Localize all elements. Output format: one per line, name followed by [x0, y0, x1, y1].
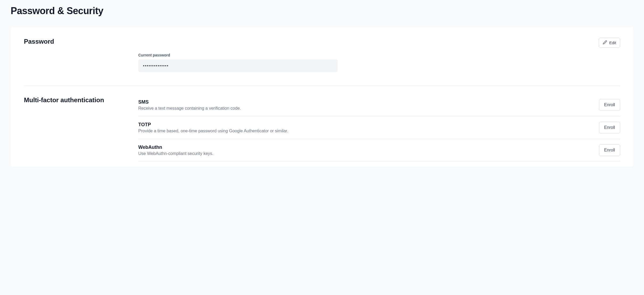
password-section: Password Edit Current password •••••••••…	[24, 38, 620, 72]
mfa-method-title: SMS	[138, 99, 599, 105]
mfa-method-description: Use WebAuthn-compliant security keys.	[138, 151, 599, 156]
mfa-method-sms: SMS Receive a text message containing a …	[138, 96, 620, 116]
page-title: Password & Security	[11, 5, 633, 17]
pencil-icon	[603, 40, 607, 45]
section-divider	[24, 85, 620, 86]
edit-button-label: Edit	[609, 40, 616, 45]
mfa-method-description: Receive a text message containing a veri…	[138, 106, 599, 111]
mfa-section: Multi-factor authentication SMS Receive …	[24, 96, 620, 162]
mfa-method-title: WebAuthn	[138, 145, 599, 150]
mfa-method-webauthn: WebAuthn Use WebAuthn-compliant security…	[138, 139, 620, 162]
mfa-method-totp: TOTP Provide a time based, one-time pass…	[138, 116, 620, 139]
mfa-method-description: Provide a time based, one-time password …	[138, 129, 599, 133]
enroll-webauthn-button[interactable]: Enroll	[599, 144, 620, 156]
current-password-value: ••••••••••••••	[138, 59, 338, 72]
enroll-totp-button[interactable]: Enroll	[599, 122, 620, 133]
mfa-method-title: TOTP	[138, 122, 599, 128]
enroll-sms-button[interactable]: Enroll	[599, 99, 620, 111]
security-settings-card: Password Edit Current password •••••••••…	[11, 27, 633, 167]
edit-password-button[interactable]: Edit	[599, 38, 620, 48]
current-password-label: Current password	[138, 53, 620, 57]
password-section-title: Password	[24, 38, 54, 45]
mfa-section-title: Multi-factor authentication	[24, 96, 138, 104]
